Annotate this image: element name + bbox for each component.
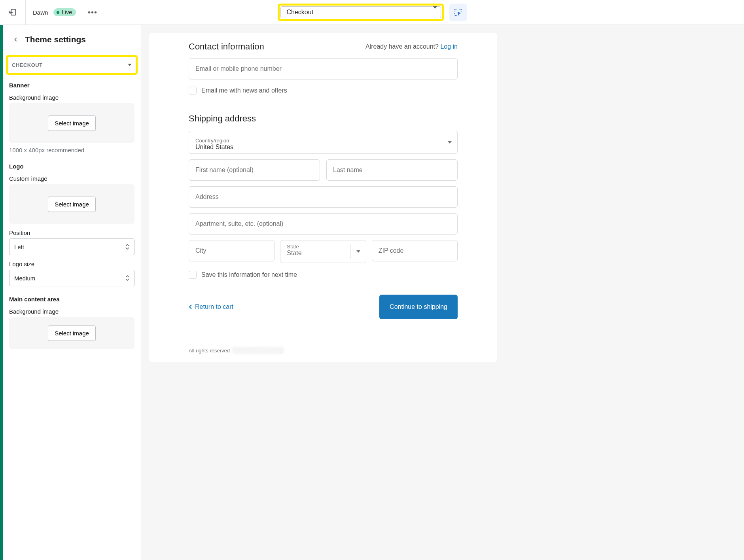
contact-heading: Contact information — [189, 42, 264, 52]
city-placeholder: City — [195, 247, 206, 254]
logo-title: Logo — [9, 163, 134, 170]
preview-footer: All rights reserved — [189, 341, 458, 354]
last-name-placeholder: Last name — [333, 166, 363, 174]
newsletter-label: Email me with news and offers — [201, 87, 287, 94]
logo-image-box: Select image — [9, 184, 134, 224]
banner-group: Banner Background image Select image 100… — [3, 79, 141, 161]
sidebar-back-button[interactable] — [11, 34, 21, 45]
settings-sidebar: Theme settings CHECKOUT Banner Backgroun… — [3, 25, 141, 560]
chevron-down-icon — [128, 64, 132, 66]
app-topbar: Dawn Live ••• Checkout — [0, 0, 744, 25]
chevron-down-icon — [433, 9, 437, 16]
city-input[interactable]: City — [189, 240, 275, 261]
checkout-preview-card: Contact information Already have an acco… — [149, 33, 497, 362]
logo-group: Logo Custom image Select image Position … — [3, 161, 141, 293]
last-name-input[interactable]: Last name — [326, 159, 458, 181]
live-badge-label: Live — [62, 9, 72, 15]
page-select-dropdown[interactable]: Checkout — [278, 4, 444, 21]
app-body: Theme settings CHECKOUT Banner Backgroun… — [0, 25, 744, 560]
updown-icon — [125, 275, 129, 281]
live-dot-icon — [57, 11, 59, 14]
section-dd-label: CHECKOUT — [12, 62, 43, 68]
checkout-section-dropdown[interactable]: CHECKOUT — [6, 55, 138, 75]
save-info-row: Save this information for next time — [189, 271, 458, 279]
banner-bg-label: Background image — [9, 94, 134, 101]
country-value: United States — [195, 144, 451, 151]
page-select-wrap: Checkout — [278, 4, 467, 21]
page-select-value: Checkout — [287, 9, 314, 16]
apartment-input[interactable]: Apartment, suite, etc. (optional) — [189, 213, 458, 235]
zip-placeholder: ZIP code — [379, 247, 404, 254]
country-label: Country/region — [195, 138, 451, 144]
main-title: Main content area — [9, 296, 134, 303]
logo-size-value: Medium — [14, 275, 35, 282]
logo-select-image-button[interactable]: Select image — [48, 197, 96, 212]
contact-header-row: Contact information Already have an acco… — [189, 42, 458, 52]
sidebar-header: Theme settings — [3, 25, 141, 53]
newsletter-checkbox[interactable] — [189, 87, 197, 95]
more-actions-button[interactable]: ••• — [88, 8, 97, 17]
state-label: State — [287, 244, 359, 250]
redacted-text — [232, 347, 284, 354]
left-gutter — [0, 25, 3, 560]
inspector-toggle-button[interactable] — [449, 4, 467, 21]
login-text: Already have an account? — [365, 43, 440, 50]
logo-size-select[interactable]: Medium — [9, 270, 134, 286]
logo-custom-label: Custom image — [9, 175, 134, 182]
inspector-icon — [453, 8, 463, 17]
exit-button[interactable] — [0, 0, 26, 25]
email-input[interactable]: Email or mobile phone number — [189, 58, 458, 79]
ellipsis-icon: ••• — [88, 8, 97, 17]
main-image-box: Select image — [9, 317, 134, 349]
first-name-input[interactable]: First name (optional) — [189, 159, 320, 181]
logo-position-select[interactable]: Left — [9, 238, 134, 255]
apartment-placeholder: Apartment, suite, etc. (optional) — [195, 220, 283, 227]
email-placeholder: Email or mobile phone number — [195, 65, 282, 72]
main-content-group: Main content area Background image Selec… — [3, 293, 141, 356]
login-link[interactable]: Log in — [440, 43, 458, 50]
sidebar-title: Theme settings — [25, 35, 86, 44]
chevron-down-icon — [442, 135, 452, 149]
return-label: Return to cart — [195, 303, 233, 310]
address-placeholder: Address — [195, 193, 219, 201]
state-select[interactable]: State State — [280, 240, 366, 263]
shipping-heading: Shipping address — [189, 114, 458, 124]
first-name-placeholder: First name (optional) — [195, 166, 254, 174]
main-bg-label: Background image — [9, 308, 134, 315]
banner-image-box: Select image — [9, 103, 134, 143]
exit-icon — [8, 8, 17, 17]
topbar-left: Dawn Live ••• — [0, 0, 97, 25]
banner-hint: 1000 x 400px recommended — [9, 147, 134, 153]
live-badge: Live — [53, 8, 76, 16]
preview-area: Contact information Already have an acco… — [141, 25, 744, 560]
chevron-left-icon — [189, 305, 193, 309]
newsletter-row: Email me with news and offers — [189, 87, 458, 95]
logo-size-label: Logo size — [9, 261, 134, 267]
address-input[interactable]: Address — [189, 186, 458, 208]
banner-title: Banner — [9, 82, 134, 89]
logo-position-value: Left — [14, 244, 24, 250]
checkout-actions: Return to cart Continue to shipping — [189, 295, 458, 319]
return-to-cart-link[interactable]: Return to cart — [189, 303, 233, 310]
country-select[interactable]: Country/region United States — [189, 131, 458, 154]
logo-position-label: Position — [9, 229, 134, 236]
continue-to-shipping-button[interactable]: Continue to shipping — [379, 295, 458, 319]
save-info-checkbox[interactable] — [189, 271, 197, 279]
state-value: State — [287, 250, 359, 257]
banner-select-image-button[interactable]: Select image — [48, 115, 96, 131]
chevron-down-icon — [350, 244, 360, 259]
chevron-left-icon — [13, 37, 19, 42]
login-prompt: Already have an account? Log in — [365, 43, 458, 50]
footer-text: All rights reserved — [189, 348, 230, 354]
theme-name: Dawn — [26, 9, 48, 16]
zip-input[interactable]: ZIP code — [372, 240, 458, 261]
updown-icon — [125, 244, 129, 250]
save-info-label: Save this information for next time — [201, 271, 297, 278]
main-select-image-button[interactable]: Select image — [48, 325, 96, 341]
